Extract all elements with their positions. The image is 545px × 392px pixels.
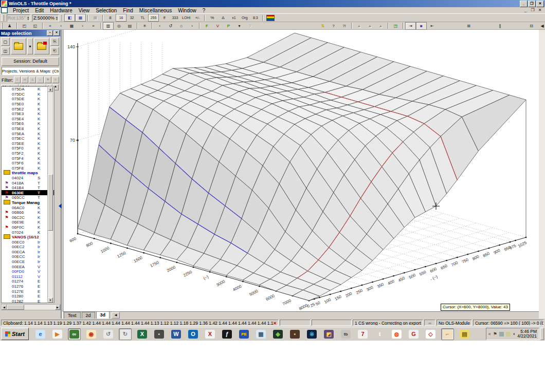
tab-scroll-left-button[interactable]: ◀ <box>112 312 120 319</box>
restore-button[interactable]: ❐ <box>528 1 536 7</box>
map-list-button[interactable]: ▦ <box>66 22 77 30</box>
internet-explorer-icon[interactable]: e <box>34 328 47 340</box>
original-button[interactable]: Org <box>239 14 250 22</box>
media-player-icon[interactable]: ▶ <box>51 328 64 340</box>
map-row[interactable]: 075E2K <box>2 106 54 111</box>
map-row[interactable]: 00EC0Ir <box>2 239 54 245</box>
8bit-button[interactable]: 8 <box>105 14 116 22</box>
ratio-button[interactable]: 8:3 <box>250 14 261 22</box>
wrench-icon[interactable]: ⌐ <box>441 328 454 340</box>
winols-icon[interactable]: ∞ <box>68 328 81 340</box>
vertical-scroll-thumb[interactable] <box>48 174 53 231</box>
previous-map-button[interactable]: ‹ <box>56 22 66 30</box>
map-row[interactable]: 04024S <box>2 176 54 181</box>
map-row[interactable]: 06E9EK <box>2 220 54 225</box>
close-button[interactable]: ✕ <box>536 1 544 7</box>
toolbar-grip-2[interactable] <box>2 23 3 29</box>
potential-map-search-button[interactable]: ✳ <box>139 22 150 30</box>
signed-button[interactable]: +/- <box>192 14 203 22</box>
tray-clock[interactable]: 5:46 PM 4/22/2021 <box>517 329 537 339</box>
map-row[interactable]: 00EEAV <box>2 264 54 269</box>
reset-button[interactable]: ↺ <box>165 22 176 30</box>
last-map-button[interactable]: » <box>88 22 99 30</box>
save-project-button[interactable]: ◫ <box>1 47 10 55</box>
calculator-icon[interactable]: ▦ <box>255 328 267 340</box>
mdi-child-icon[interactable] <box>1 7 8 13</box>
filter-kx-button[interactable]: K <box>52 77 59 83</box>
file-manager-icon[interactable]: ▤ <box>458 328 471 340</box>
import-file-button[interactable] <box>34 38 49 54</box>
pe-tool-icon[interactable]: PE <box>238 328 250 340</box>
hexdump-button[interactable]: ▤ <box>124 22 135 30</box>
context-help-button[interactable]: ?! <box>339 22 350 30</box>
scroll-up-arrow[interactable]: ▲ <box>48 87 53 92</box>
checksum-button[interactable]: ⇅ <box>317 22 328 30</box>
back-button[interactable]: ‹ <box>154 22 165 30</box>
offset-dropdown[interactable]: ⇤ <box>427 22 438 30</box>
map-row[interactable]: 00FD0V <box>2 269 54 274</box>
chrome-icon[interactable]: ◉ <box>85 328 98 340</box>
toolbar-grip[interactable] <box>2 15 4 21</box>
sync-views-button[interactable]: ▦ <box>90 14 101 22</box>
map-row[interactable]: 075E8K <box>2 126 54 132</box>
brave-icon[interactable]: ◍ <box>390 328 403 340</box>
start-button[interactable]: Start <box>1 328 29 340</box>
byte-order-button[interactable]: LOHI <box>180 14 192 22</box>
map-list-horizontal-scrollbar[interactable]: ◀ ▶ <box>1 304 61 310</box>
menu-[interactable]: ? <box>199 7 209 14</box>
statistics-button[interactable]: ▲ <box>354 22 365 30</box>
map-folder-row[interactable]: VANOS (16/12 <box>2 235 54 240</box>
preview-button[interactable]: ◎ <box>114 22 124 30</box>
map-row[interactable]: 075DEK <box>2 97 54 102</box>
32bit-button[interactable]: 32 <box>126 14 137 22</box>
text-layout-button[interactable]: TL <box>137 14 148 22</box>
map-row[interactable]: 075F6K <box>2 161 54 166</box>
window-restore-button[interactable]: ◰ <box>19 22 30 30</box>
16bit-button[interactable]: 16 <box>116 14 126 22</box>
statistics3-button[interactable]: ▲ <box>375 22 386 30</box>
filter-text-button[interactable]: ≡ <box>14 77 21 83</box>
menu-window[interactable]: Window <box>175 7 199 14</box>
percent-button[interactable]: % <box>207 14 217 22</box>
hex-view-button[interactable]: ff <box>159 14 170 22</box>
tray-chevron-icon[interactable]: « <box>488 331 491 337</box>
menu-view[interactable]: View <box>76 7 93 14</box>
filter-flag-button[interactable]: ⚑ <box>44 77 51 83</box>
map-row[interactable]: 075DAK <box>2 87 54 92</box>
map-row[interactable]: 075E3K <box>2 111 54 117</box>
tile-horizontal-button[interactable]: ⊟ <box>526 22 537 30</box>
scroll-down-arrow[interactable]: ▼ <box>48 297 53 303</box>
map-viewer-icon[interactable]: ◈ <box>271 328 284 340</box>
next-map-button[interactable]: › <box>77 22 88 30</box>
filter-size-button[interactable]: ⋈ <box>21 77 28 83</box>
panel-close-button[interactable]: ✕ <box>53 30 60 36</box>
tab-3d[interactable]: 3d <box>96 311 110 319</box>
map-row[interactable]: 075F0K <box>2 146 54 151</box>
map-row[interactable]: ⚑06B66K <box>2 210 54 215</box>
open-project-button[interactable] <box>11 38 26 54</box>
help-button[interactable]: ? <box>328 22 339 30</box>
add-version-button[interactable]: ⎗ <box>50 47 59 55</box>
project-dropdown[interactable]: ▾ <box>234 22 245 30</box>
properties-button[interactable]: ♟ <box>4 22 15 30</box>
tray-flag-icon[interactable]: ⚑ <box>493 331 497 337</box>
eeprom-chip-icon[interactable]: ▪ <box>153 328 166 340</box>
map-window-scroll-area[interactable] <box>539 30 545 319</box>
map-folder-row[interactable]: Torque Manag <box>2 200 54 206</box>
new-project-button[interactable]: ▢ <box>1 38 10 46</box>
scroll-left-arrow[interactable]: ◀ <box>2 305 7 310</box>
mdi-restore-button[interactable]: ❐ <box>530 8 536 13</box>
thunderbird-icon[interactable]: t <box>373 328 386 340</box>
map-row[interactable]: ⚑06F0CK <box>2 225 54 230</box>
map-row[interactable]: 075E6K <box>2 121 54 126</box>
map-row[interactable]: ⚑06C2CK <box>2 215 54 220</box>
scroll-left-button[interactable]: ◀ <box>537 22 545 30</box>
map-row[interactable]: 01274E <box>2 279 54 284</box>
view-table-button[interactable]: ▦ <box>75 14 86 22</box>
horizontal-scroll-thumb[interactable] <box>7 305 24 310</box>
map-row[interactable]: 01112V <box>2 274 54 279</box>
map-row[interactable]: 075F2K <box>2 151 54 156</box>
decimal-view-button[interactable]: 255 <box>148 14 159 22</box>
tray-network-icon[interactable] <box>499 332 504 337</box>
tab-text[interactable]: Text <box>64 312 81 319</box>
